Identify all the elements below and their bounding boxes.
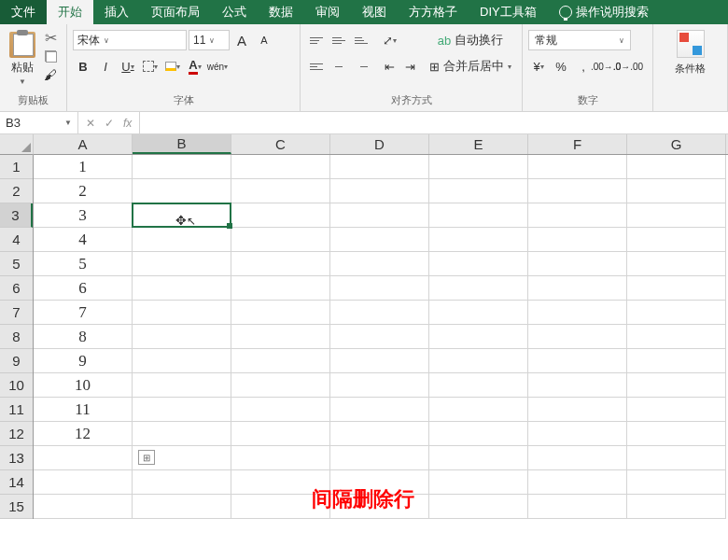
cell-E4[interactable]	[429, 228, 528, 252]
cell-F10[interactable]	[528, 373, 627, 398]
align-center-button[interactable]	[329, 56, 349, 77]
row-header-9[interactable]: 9	[0, 349, 33, 373]
cell-F4[interactable]	[528, 228, 627, 252]
number-format-select[interactable]: 常规∨	[528, 30, 631, 50]
cell-G6[interactable]	[627, 276, 726, 301]
cell-F13[interactable]	[528, 446, 627, 470]
cell-D2[interactable]	[330, 179, 429, 203]
cell-F9[interactable]	[528, 349, 627, 373]
cell-B9[interactable]	[133, 349, 231, 373]
cell-E15[interactable]	[429, 495, 528, 519]
col-header-G[interactable]: G	[627, 134, 726, 154]
cell-A3[interactable]: 3	[34, 203, 133, 228]
cell-G1[interactable]	[627, 155, 726, 179]
col-header-C[interactable]: C	[231, 134, 330, 154]
row-header-2[interactable]: 2	[0, 179, 33, 203]
align-bottom-button[interactable]	[351, 30, 371, 50]
font-size-select[interactable]: 11∨	[189, 30, 230, 50]
align-right-button[interactable]	[351, 56, 371, 77]
tab-addon1[interactable]: 方方格子	[398, 0, 469, 24]
tab-insert[interactable]: 插入	[93, 0, 140, 24]
cell-G15[interactable]	[627, 495, 726, 519]
tab-home[interactable]: 开始	[47, 0, 93, 24]
increase-font-button[interactable]: A	[231, 30, 252, 50]
cell-B7[interactable]	[133, 301, 231, 325]
cell-G13[interactable]	[627, 446, 726, 470]
smart-tag-icon[interactable]: ⊞	[138, 450, 155, 465]
tab-view[interactable]: 视图	[351, 0, 398, 24]
cell-B6[interactable]	[133, 276, 231, 301]
cell-E14[interactable]	[429, 470, 528, 495]
cell-A4[interactable]: 4	[34, 228, 133, 252]
cell-E2[interactable]	[429, 179, 528, 203]
merge-center-button[interactable]: ⊞合并后居中▾	[429, 56, 511, 77]
cell-B5[interactable]	[133, 252, 231, 276]
col-header-B[interactable]: B	[133, 134, 231, 154]
cancel-icon[interactable]: ✕	[86, 117, 95, 130]
cell-G2[interactable]	[627, 179, 726, 203]
cell-D13[interactable]	[330, 446, 429, 470]
align-top-button[interactable]	[306, 30, 327, 50]
wrap-text-button[interactable]: ab自动换行	[429, 30, 511, 50]
cut-icon[interactable]: ✂	[43, 30, 58, 45]
row-header-1[interactable]: 1	[0, 155, 33, 179]
cell-E12[interactable]	[429, 422, 528, 446]
align-middle-button[interactable]	[329, 30, 349, 50]
row-header-15[interactable]: 15	[0, 495, 33, 519]
decrease-decimal-button[interactable]: .0→.00	[618, 56, 638, 77]
orientation-button[interactable]: ⤢▾	[379, 30, 399, 50]
cell-E8[interactable]	[429, 325, 528, 349]
cell-F15[interactable]	[528, 495, 627, 519]
cell-F11[interactable]	[528, 398, 627, 422]
tab-file[interactable]: 文件	[0, 0, 47, 24]
col-header-A[interactable]: A	[34, 134, 133, 154]
conditional-format-button[interactable]: 条件格	[675, 62, 706, 76]
cell-E1[interactable]	[429, 155, 528, 179]
cell-C4[interactable]	[231, 228, 330, 252]
cell-A8[interactable]: 8	[34, 325, 133, 349]
cell-F5[interactable]	[528, 252, 627, 276]
cell-D4[interactable]	[330, 228, 429, 252]
underline-button[interactable]: U ▾	[118, 56, 138, 77]
format-painter-icon[interactable]: 🖌	[43, 67, 58, 82]
cell-B4[interactable]	[133, 228, 231, 252]
cell-C2[interactable]	[231, 179, 330, 203]
select-all-corner[interactable]	[0, 134, 34, 155]
cell-B8[interactable]	[133, 325, 231, 349]
cell-D5[interactable]	[330, 252, 429, 276]
cell-E6[interactable]	[429, 276, 528, 301]
cell-G14[interactable]	[627, 470, 726, 495]
bold-button[interactable]: B	[73, 56, 93, 77]
row-header-3[interactable]: 3	[0, 203, 33, 228]
cell-A11[interactable]: 11	[34, 398, 133, 422]
cell-F2[interactable]	[528, 179, 627, 203]
copy-icon[interactable]	[43, 49, 58, 63]
indent-decrease-button[interactable]: ⇤	[379, 56, 399, 77]
phonetic-button[interactable]: wén▾	[207, 56, 228, 77]
indent-increase-button[interactable]: ⇥	[399, 56, 420, 77]
cell-C12[interactable]	[231, 422, 330, 446]
cell-F14[interactable]	[528, 470, 627, 495]
cell-C7[interactable]	[231, 301, 330, 325]
cell-B14[interactable]	[133, 470, 231, 495]
cell-D9[interactable]	[330, 349, 429, 373]
cell-G7[interactable]	[627, 301, 726, 325]
enter-icon[interactable]: ✓	[105, 117, 114, 130]
cell-F1[interactable]	[528, 155, 627, 179]
cell-D6[interactable]	[330, 276, 429, 301]
formula-input[interactable]	[140, 112, 728, 133]
fx-icon[interactable]: fx	[123, 117, 132, 130]
paste-button[interactable]: 粘贴	[11, 60, 34, 76]
cell-D10[interactable]	[330, 373, 429, 398]
tab-formula[interactable]: 公式	[211, 0, 258, 24]
cell-E10[interactable]	[429, 373, 528, 398]
cell-G4[interactable]	[627, 228, 726, 252]
cell-B12[interactable]	[133, 422, 231, 446]
row-header-12[interactable]: 12	[0, 422, 33, 446]
cell-F12[interactable]	[528, 422, 627, 446]
currency-button[interactable]: ¥▾	[528, 56, 549, 77]
col-header-E[interactable]: E	[429, 134, 528, 154]
col-header-D[interactable]: D	[330, 134, 429, 154]
row-header-7[interactable]: 7	[0, 301, 33, 325]
cell-G10[interactable]	[627, 373, 726, 398]
